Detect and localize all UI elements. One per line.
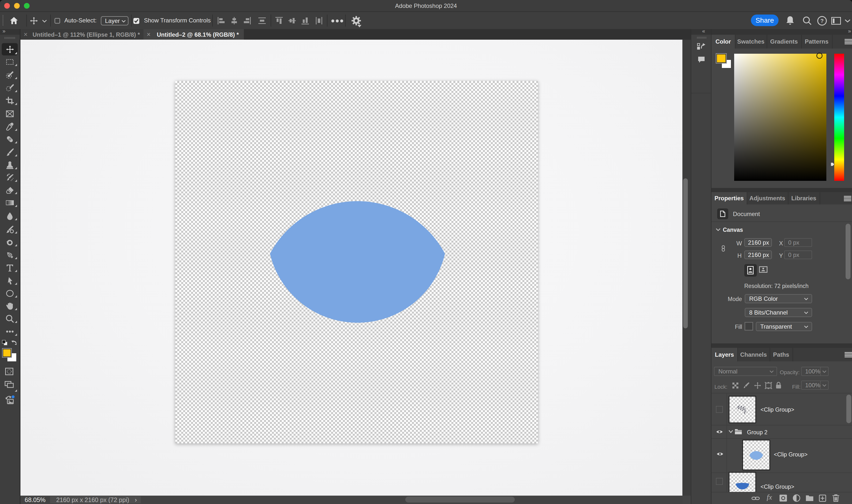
svg-text:?: ? [820,18,824,24]
